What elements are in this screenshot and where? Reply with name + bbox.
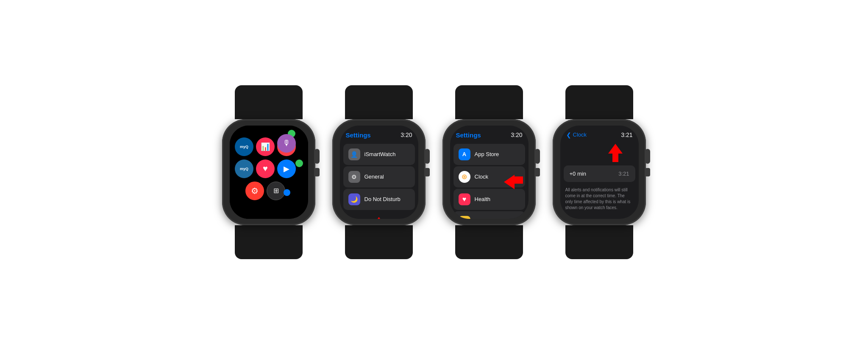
health-label: Health [475, 196, 491, 202]
appstore-icon: A [459, 148, 470, 160]
settings-item-noise[interactable]: ◉ Noise [453, 211, 525, 219]
app-myq2[interactable]: myQ [235, 159, 253, 178]
app-myq[interactable]: myQ [235, 137, 253, 156]
settings-header-3: Settings 3:20 [450, 126, 529, 142]
appstore-label: App Store [475, 151, 499, 157]
side-button-4 [645, 168, 650, 176]
clock-offset-value: 3:21 [618, 171, 629, 177]
clock-label: Clock [475, 173, 489, 180]
app-dot-blue [284, 189, 290, 196]
svg-marker-2 [608, 144, 623, 162]
side-button-2 [425, 168, 430, 176]
red-arrow-4 [605, 142, 626, 163]
noise-label: Noise [475, 218, 489, 219]
clock-detail-screen: ❮ Clock 3:21 +0 min 3:21 [560, 126, 639, 219]
back-chevron: ❮ [566, 131, 571, 138]
app-settings[interactable]: ⚙ [245, 182, 264, 200]
general-label: General [364, 173, 384, 180]
settings-list-2: 👤 iSmartWatch ⚙ General 🌙 [340, 142, 418, 212]
svg-marker-0 [372, 217, 386, 219]
settings-time-3: 3:20 [511, 131, 522, 138]
band-bottom-2 [345, 225, 413, 259]
clock-back-button[interactable]: ❮ Clock [566, 131, 587, 138]
red-arrow-3 [500, 174, 525, 198]
noise-icon: ◉ [459, 216, 470, 219]
clock-icon: ⊛ [459, 171, 470, 183]
watch-case-4: ❮ Clock 3:21 +0 min 3:21 [553, 119, 646, 225]
crown-2 [425, 149, 430, 164]
settings-screen-3: Settings 3:20 A App Store ⊛ [450, 126, 529, 219]
clock-offset-label: +0 min [570, 171, 586, 177]
app-play[interactable]: ▶ [277, 159, 296, 178]
settings-header-2: Settings 3:20 [340, 126, 418, 142]
clock-header-time: 3:21 [621, 131, 632, 138]
side-button-3 [535, 168, 540, 176]
settings-title-2: Settings [346, 131, 371, 139]
watch-screen-2: Settings 3:20 👤 iSmartWatch ⚙ [340, 126, 418, 219]
svg-marker-1 [504, 175, 523, 189]
crown-1 [314, 149, 320, 164]
app-activity[interactable]: 📊 [256, 137, 275, 156]
watch-case-2: Settings 3:20 👤 iSmartWatch ⚙ [332, 119, 426, 225]
health-icon: ♥ [459, 193, 470, 205]
watch-screen-4: ❮ Clock 3:21 +0 min 3:21 [560, 126, 639, 219]
general-icon: ⚙ [348, 171, 360, 183]
ismartwatch-icon: 👤 [348, 148, 360, 160]
settings-title-3: Settings [456, 131, 481, 139]
watch-4: ❮ Clock 3:21 +0 min 3:21 [553, 85, 646, 259]
app-grid: myQ 📊 ♪ myQ [230, 126, 308, 219]
watch-2: Settings 3:20 👤 iSmartWatch ⚙ [332, 85, 426, 259]
watch-3: Settings 3:20 A App Store ⊛ [442, 85, 536, 259]
watch-case-3: Settings 3:20 A App Store ⊛ [442, 119, 536, 225]
arrow-container-3 [500, 174, 525, 199]
arrow-container-4 [560, 142, 639, 163]
crown-3 [535, 149, 540, 164]
settings-item-general[interactable]: ⚙ General [343, 166, 415, 187]
app-heart[interactable]: ♥ [256, 159, 275, 178]
arrow-container-2 [340, 215, 418, 219]
dnd-label: Do Not Disturb [364, 196, 401, 202]
watch-1: myQ 📊 ♪ myQ [222, 85, 315, 259]
crown-4 [645, 149, 650, 164]
settings-item-appstore[interactable]: A App Store [453, 144, 525, 165]
band-bottom-1 [235, 225, 303, 259]
clock-description: All alerts and notifications will still … [560, 184, 639, 214]
app-calculator[interactable]: ⊞ [267, 182, 285, 200]
side-button-1 [314, 168, 320, 176]
band-top-3 [455, 85, 523, 119]
app-dot-small [295, 159, 303, 167]
app-podcasts[interactable]: 🎙 [277, 134, 296, 153]
ismartwatch-label: iSmartWatch [364, 151, 396, 157]
clock-offset-row[interactable]: +0 min 3:21 [564, 165, 635, 182]
band-bottom-3 [455, 225, 523, 259]
dnd-icon: 🌙 [348, 193, 360, 205]
red-arrow-2 [368, 215, 389, 219]
watches-container: myQ 📊 ♪ myQ [214, 77, 654, 268]
settings-screen-2: Settings 3:20 👤 iSmartWatch ⚙ [340, 126, 418, 219]
clock-back-label: Clock [573, 131, 587, 138]
settings-item-dnd[interactable]: 🌙 Do Not Disturb [343, 189, 415, 210]
band-top-4 [565, 85, 633, 119]
watch-case-1: myQ 📊 ♪ myQ [222, 119, 315, 225]
clock-header: ❮ Clock 3:21 [560, 126, 639, 142]
band-top-2 [345, 85, 413, 119]
band-top-1 [235, 85, 303, 119]
watch-screen-1: myQ 📊 ♪ myQ [230, 126, 308, 219]
settings-time-2: 3:20 [401, 131, 412, 138]
watch-screen-3: Settings 3:20 A App Store ⊛ [450, 126, 529, 219]
settings-item-ismartwatch[interactable]: 👤 iSmartWatch [343, 144, 415, 165]
band-bottom-4 [565, 225, 633, 259]
